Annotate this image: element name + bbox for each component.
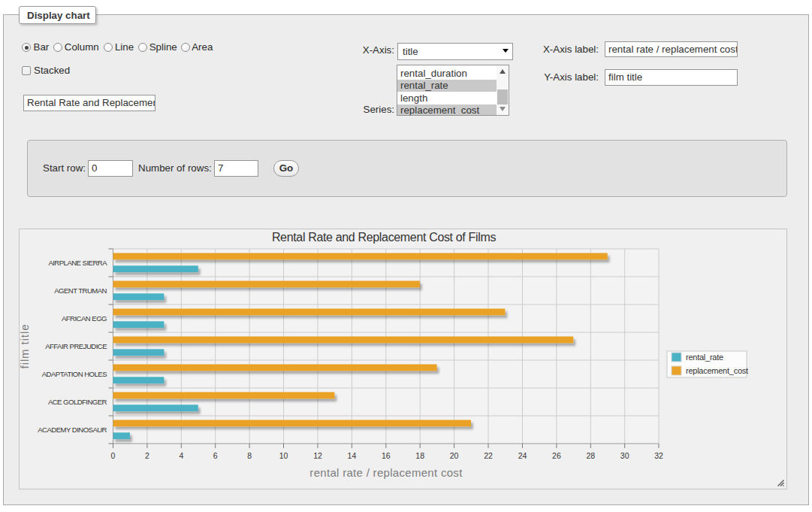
svg-text:Rental Rate and Replacement Co: Rental Rate and Replacement Cost of Film… bbox=[272, 231, 497, 244]
svg-text:32: 32 bbox=[654, 451, 663, 460]
svg-text:18: 18 bbox=[415, 451, 424, 460]
svg-text:ACADEMY DINOSAUR: ACADEMY DINOSAUR bbox=[38, 426, 107, 434]
svg-text:replacement_cost: replacement_cost bbox=[686, 366, 748, 375]
svg-text:0: 0 bbox=[111, 451, 116, 460]
svg-text:10: 10 bbox=[279, 451, 288, 460]
svg-text:30: 30 bbox=[620, 451, 629, 460]
svg-text:2: 2 bbox=[145, 451, 149, 460]
svg-text:AGENT TRUMAN: AGENT TRUMAN bbox=[54, 286, 107, 295]
svg-text:ADAPTATION HOLES: ADAPTATION HOLES bbox=[42, 370, 107, 378]
svg-text:12: 12 bbox=[313, 451, 322, 460]
svg-text:AIRPLANE SIERRA: AIRPLANE SIERRA bbox=[48, 259, 107, 267]
svg-text:8: 8 bbox=[247, 451, 252, 460]
svg-text:26: 26 bbox=[552, 451, 561, 460]
svg-text:rental_rate: rental_rate bbox=[686, 353, 723, 362]
svg-text:film title: film title bbox=[19, 324, 31, 369]
svg-text:22: 22 bbox=[484, 451, 493, 460]
svg-text:16: 16 bbox=[382, 451, 391, 460]
svg-text:rental rate / replacement cost: rental rate / replacement cost bbox=[309, 466, 463, 479]
svg-text:ACE GOLDFINGER: ACE GOLDFINGER bbox=[48, 398, 107, 406]
svg-text:4: 4 bbox=[179, 451, 183, 460]
svg-text:AFFAIR PREJUDICE: AFFAIR PREJUDICE bbox=[45, 342, 107, 350]
svg-text:24: 24 bbox=[518, 451, 527, 460]
svg-text:20: 20 bbox=[450, 451, 459, 460]
svg-text:AFRICAN EGG: AFRICAN EGG bbox=[62, 314, 107, 323]
svg-text:6: 6 bbox=[213, 451, 218, 460]
svg-text:28: 28 bbox=[586, 451, 595, 460]
svg-text:14: 14 bbox=[348, 451, 357, 460]
